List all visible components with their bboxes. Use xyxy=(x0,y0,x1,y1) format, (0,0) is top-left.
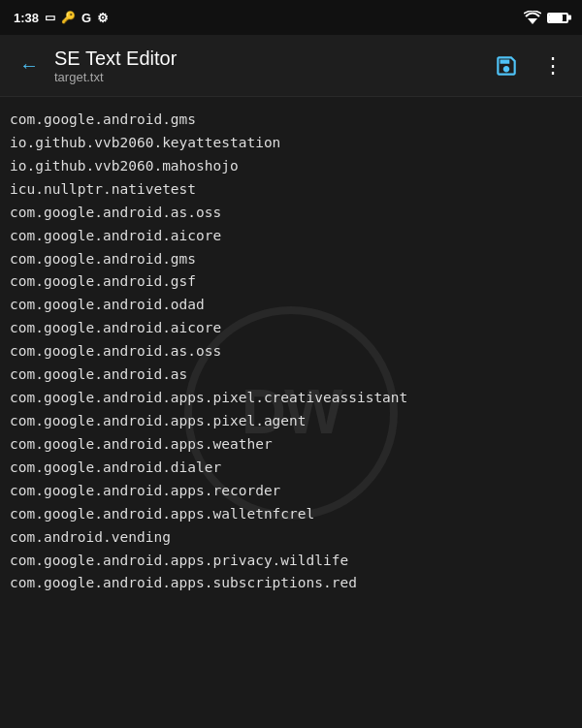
text-editor-content[interactable]: DW com.google.android.gmsio.github.vvb20… xyxy=(0,97,582,728)
list-item: com.android.vending xyxy=(10,526,572,550)
list-item: com.google.android.gms xyxy=(10,109,572,132)
back-button[interactable]: ← xyxy=(8,45,50,87)
list-item: com.google.android.as.oss xyxy=(10,202,572,225)
app-bar-actions: ⋮ xyxy=(485,45,574,87)
g-icon: G xyxy=(81,11,91,25)
back-arrow-icon: ← xyxy=(19,54,39,77)
content-lines: com.google.android.gmsio.github.vvb2060.… xyxy=(10,109,572,595)
status-left: 1:38 ▭ 🔑 G ⚙ xyxy=(14,11,109,25)
list-item: com.google.android.odad xyxy=(10,294,572,317)
wifi-icon xyxy=(524,11,541,24)
list-item: com.google.android.apps.weather xyxy=(10,433,572,457)
time-display: 1:38 xyxy=(14,11,39,25)
list-item: com.google.android.apps.pixel.creativeas… xyxy=(10,387,572,410)
lock-icon: 🔑 xyxy=(61,11,76,24)
list-item: com.google.android.as.oss xyxy=(10,340,572,364)
list-item: com.google.android.apps.privacy.wildlife xyxy=(10,550,572,573)
file-name: target.txt xyxy=(54,70,485,85)
title-section: SE Text Editor target.txt xyxy=(54,47,485,85)
overflow-icon: ⋮ xyxy=(542,53,564,79)
settings-icon: ⚙ xyxy=(97,11,109,25)
save-icon xyxy=(494,53,519,79)
list-item: com.google.android.gsf xyxy=(10,270,572,294)
list-item: com.google.android.dialer xyxy=(10,457,572,480)
app-bar: ← SE Text Editor target.txt ⋮ xyxy=(0,35,582,97)
list-item: com.google.android.apps.subscriptions.re… xyxy=(10,572,572,595)
app-title: SE Text Editor xyxy=(54,47,485,70)
list-item: com.google.android.apps.recorder xyxy=(10,480,572,503)
list-item: com.google.android.apps.walletnfcrel xyxy=(10,503,572,526)
list-item: com.google.android.apps.pixel.agent xyxy=(10,410,572,433)
svg-marker-0 xyxy=(528,18,537,24)
list-item: com.google.android.aicore xyxy=(10,225,572,248)
list-item: io.github.vvb2060.mahoshojo xyxy=(10,155,572,178)
list-item: io.github.vvb2060.keyattestation xyxy=(10,132,572,155)
list-item: com.google.android.aicore xyxy=(10,317,572,340)
list-item: icu.nullptr.nativetest xyxy=(10,178,572,202)
screen-icon: ▭ xyxy=(45,11,55,24)
list-item: com.google.android.as xyxy=(10,364,572,387)
list-item: com.google.android.gms xyxy=(10,248,572,271)
status-right xyxy=(524,11,568,24)
save-button[interactable] xyxy=(485,45,528,87)
overflow-menu-button[interactable]: ⋮ xyxy=(532,45,574,87)
status-bar: 1:38 ▭ 🔑 G ⚙ xyxy=(0,0,582,35)
battery-icon xyxy=(547,13,568,23)
